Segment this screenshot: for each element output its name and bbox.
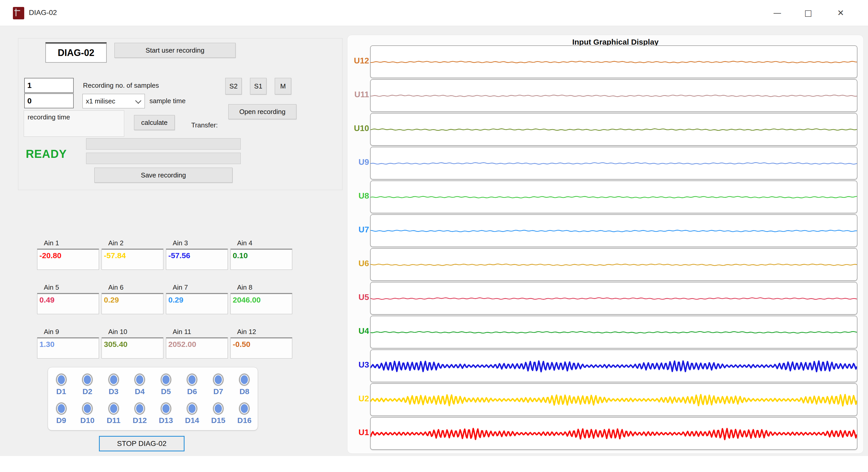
digital-indicator-D10: D10 (74, 402, 100, 425)
close-button[interactable]: ✕ (828, 5, 853, 21)
channel-strip-panel (370, 113, 858, 146)
led-icon (162, 404, 169, 413)
analog-input-label: Ain 1 (37, 238, 99, 247)
analog-input-value: 0.10 (230, 248, 292, 270)
channel-label: U1 (343, 427, 369, 437)
led-label: D16 (237, 416, 251, 425)
start-user-recording-button[interactable]: Start user recording (115, 43, 236, 58)
analog-input-value: 2046.00 (230, 293, 292, 314)
graph-channel-U4: U4 (370, 316, 858, 349)
analog-input-label: Ain 3 (166, 238, 228, 247)
digital-indicator-D3: D3 (101, 373, 127, 396)
m-button[interactable]: M (275, 78, 291, 94)
analog-input-label: Ain 2 (101, 238, 163, 247)
led-icon (84, 375, 91, 384)
graph-channel-U5: U5 (370, 282, 858, 315)
channel-label: U6 (343, 259, 369, 268)
analog-input-6: Ain 60.29 (101, 282, 163, 314)
channel-label: U2 (343, 394, 369, 404)
graph-channel-U10: U10 (370, 113, 858, 146)
analog-input-label: Ain 11 (166, 327, 228, 336)
channel-strip-panel (370, 79, 858, 112)
analog-input-2: Ain 2-57.84 (101, 238, 163, 270)
analog-inputs-grid: Ain 1-20.80Ain 2-57.84Ain 3-57.56Ain 40.… (37, 238, 292, 371)
led-label: D11 (107, 416, 120, 425)
channel-label: U4 (343, 326, 369, 336)
digital-indicator-D6: D6 (179, 373, 205, 396)
analog-input-3: Ain 3-57.56 (166, 238, 228, 270)
led-label: D3 (108, 387, 118, 396)
led-icon (58, 375, 65, 384)
graph-channel-U3: U3 (370, 350, 858, 382)
channel-strip-panel (370, 214, 858, 247)
led-label: D7 (213, 387, 223, 396)
waveform-trace (371, 316, 857, 348)
sample-time-label: sample time (150, 97, 186, 105)
waveform-trace (371, 114, 857, 145)
stop-diag-button[interactable]: STOP DIAG-02 (99, 436, 185, 451)
digital-indicator-D14: D14 (179, 402, 205, 425)
open-recording-button[interactable]: Open recording (228, 104, 297, 119)
sample-time-select[interactable]: x1 milisec (83, 94, 145, 108)
samples-count-input[interactable] (24, 78, 74, 93)
calculate-button[interactable]: calculate (134, 115, 175, 130)
waveform-trace (371, 350, 857, 382)
transfer-progress-bar-2 (86, 153, 241, 164)
analog-input-label: Ain 6 (101, 282, 163, 291)
waveform-trace (371, 418, 857, 449)
led-label: D14 (185, 416, 199, 425)
channel-strip-panel (370, 383, 858, 416)
led-icon (84, 404, 91, 413)
analog-input-value: 1.30 (37, 337, 99, 358)
analog-input-9: Ain 91.30 (37, 327, 99, 358)
analog-input-7: Ain 70.29 (166, 282, 228, 314)
digital-indicator-D12: D12 (127, 402, 153, 425)
app-icon (13, 7, 24, 19)
window-title: DIAG-02 (29, 8, 57, 17)
led-icon (215, 375, 222, 384)
analog-input-8: Ain 82046.00 (230, 282, 292, 314)
led-label: D6 (187, 387, 197, 396)
led-icon (136, 375, 143, 384)
digital-indicator-D7: D7 (206, 373, 231, 396)
analog-input-value: 0.29 (101, 293, 163, 314)
transfer-label: Transfer: (191, 121, 218, 129)
analog-input-label: Ain 9 (37, 327, 99, 336)
channel-strip-panel (370, 316, 858, 349)
led-icon (188, 375, 196, 384)
analog-input-value: 0.29 (166, 293, 228, 314)
channel-label: U12 (343, 56, 369, 65)
analog-input-4: Ain 40.10 (230, 238, 292, 270)
s2-button[interactable]: S2 (225, 78, 242, 94)
graph-channel-U11: U11 (370, 79, 858, 112)
channel-strip-panel (370, 181, 858, 213)
channel-label: U8 (343, 191, 369, 201)
digital-indicator-D15: D15 (206, 402, 231, 425)
minimize-button[interactable]: — (765, 5, 789, 21)
transfer-progress-bar-1 (86, 138, 241, 150)
s1-button[interactable]: S1 (250, 78, 267, 94)
save-recording-button[interactable]: Save recording (94, 168, 232, 183)
analog-input-label: Ain 5 (37, 282, 99, 291)
analog-input-value: 305.40 (101, 337, 163, 358)
led-label: D8 (240, 387, 249, 396)
channel-label: U3 (343, 360, 369, 370)
channel-strip-panel (370, 350, 858, 382)
led-label: D2 (83, 387, 92, 396)
time-value-input[interactable] (24, 93, 74, 108)
analog-input-label: Ain 8 (230, 282, 292, 291)
led-row-2: D9D10D11D12D13D14D15D16 (48, 402, 258, 425)
maximize-button[interactable]: □ (796, 5, 820, 21)
chevron-down-icon (135, 97, 141, 104)
led-label: D5 (161, 387, 171, 396)
digital-indicator-D16: D16 (231, 402, 257, 425)
led-label: D10 (81, 416, 95, 425)
analog-input-value: -20.80 (37, 248, 99, 270)
led-icon (241, 404, 248, 413)
analog-input-1: Ain 1-20.80 (37, 238, 99, 270)
channel-label: U5 (343, 293, 369, 302)
analog-input-5: Ain 50.49 (37, 282, 99, 314)
led-label: D15 (211, 416, 225, 425)
window-bottom-margin (0, 456, 868, 472)
channel-label: U9 (343, 157, 369, 167)
